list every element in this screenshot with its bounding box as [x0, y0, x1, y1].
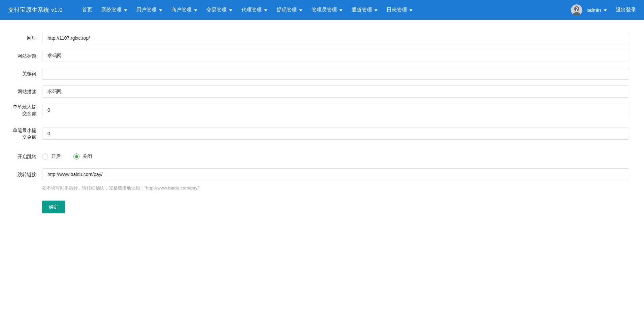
radio-option-disable[interactable]: 关闭	[73, 153, 92, 160]
nav-item-merchant[interactable]: 商户管理	[171, 0, 197, 20]
app-brand[interactable]: 支付宝原生系统 v1.0	[8, 6, 63, 14]
nav-item-system[interactable]: 系统管理	[101, 0, 127, 20]
nav-item-log[interactable]: 日志管理	[387, 0, 413, 20]
keywords-input[interactable]	[42, 68, 629, 80]
settings-form: 网址 网站标题 关键词 网站描述 单笔最大提交金额 单笔最小提交金额 开启跳转 …	[0, 20, 644, 213]
chevron-down-icon	[604, 9, 607, 11]
redirect-url-label: 跳转链接	[11, 171, 36, 178]
site-title-input[interactable]	[42, 50, 629, 62]
nav-item-admin[interactable]: 管理员管理	[312, 0, 343, 20]
keywords-label: 关键词	[11, 70, 36, 77]
user-dropdown[interactable]: admin	[587, 7, 607, 13]
form-row: 网站标题	[0, 50, 629, 62]
form-row: 网址	[0, 32, 629, 44]
redirect-radio-group: 开启 关闭	[42, 153, 92, 160]
avatar[interactable]: ?	[571, 4, 582, 16]
nav-item-home[interactable]: 首页	[82, 0, 92, 20]
svg-text:?: ?	[575, 6, 578, 11]
radio-unselected-icon	[42, 153, 48, 160]
max-amount-input[interactable]	[42, 104, 629, 116]
top-navbar: 支付宝原生系统 v1.0 首页 系统管理 用户管理 商户管理 交易管理 代理管理…	[0, 0, 644, 20]
main-menu: 首页 系统管理 用户管理 商户管理 交易管理 代理管理 提现管理 管理员管理	[82, 0, 413, 20]
submit-button[interactable]: 确定	[42, 201, 65, 213]
site-title-label: 网站标题	[11, 53, 36, 59]
nav-item-agent[interactable]: 代理管理	[242, 0, 267, 20]
form-row-redirect-toggle: 开启跳转 开启 关闭	[0, 150, 629, 163]
chevron-down-icon	[229, 9, 232, 11]
person-question-avatar-icon: ?	[571, 4, 582, 16]
site-description-label: 网站描述	[11, 88, 36, 95]
chevron-down-icon	[124, 9, 127, 11]
nav-item-channel[interactable]: 通道管理	[352, 0, 378, 20]
chevron-down-icon	[339, 9, 343, 11]
nav-item-withdraw[interactable]: 提现管理	[277, 0, 302, 20]
form-row: 关键词	[0, 68, 629, 80]
radio-selected-icon	[73, 153, 79, 160]
chevron-down-icon	[409, 9, 413, 11]
chevron-down-icon	[264, 9, 267, 11]
username: admin	[587, 7, 601, 13]
min-amount-input[interactable]	[42, 128, 629, 140]
site-url-label: 网址	[11, 35, 36, 41]
form-row: 单笔最小提交金额	[0, 127, 629, 140]
chevron-down-icon	[374, 9, 378, 11]
min-amount-label: 单笔最小提交金额	[11, 127, 36, 140]
max-amount-label: 单笔最大提交金额	[11, 103, 36, 117]
form-row: 跳转链接	[0, 168, 629, 180]
form-row: 网站描述	[0, 85, 629, 98]
form-row: 单笔最大提交金额	[0, 103, 629, 117]
logout-button[interactable]: 退出登录	[616, 7, 636, 13]
site-url-input[interactable]	[42, 32, 629, 44]
navbar-right: ? admin 退出登录	[571, 4, 636, 16]
redirect-hint-text: 如不填写则不跳转，请仔细确认，完整链接地址如："http://www.baidu…	[42, 185, 629, 191]
radio-option-enable[interactable]: 开启	[42, 153, 61, 160]
chevron-down-icon	[194, 9, 197, 11]
chevron-down-icon	[299, 9, 302, 11]
site-description-input[interactable]	[42, 85, 629, 98]
redirect-toggle-label: 开启跳转	[11, 153, 36, 160]
nav-item-transaction[interactable]: 交易管理	[206, 0, 232, 20]
chevron-down-icon	[159, 9, 162, 11]
nav-item-user[interactable]: 用户管理	[136, 0, 162, 20]
redirect-url-input[interactable]	[42, 168, 629, 180]
